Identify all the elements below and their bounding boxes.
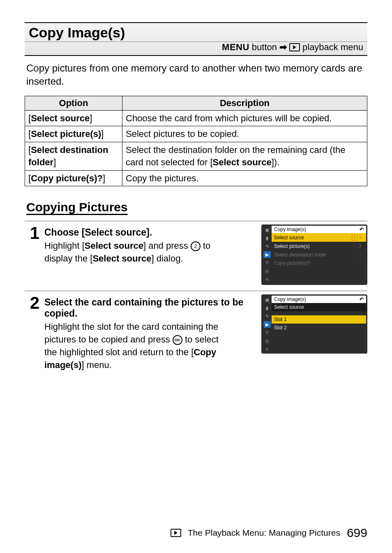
- playback-icon: [171, 529, 181, 537]
- mymenu-tab-icon: ≡: [263, 276, 271, 282]
- section-heading: Copying Pictures: [26, 200, 366, 214]
- back-icon: ↶: [360, 227, 364, 232]
- camera-tab-icon: ▣: [263, 296, 271, 303]
- menu-header: Copy image(s): [274, 227, 306, 232]
- playback-icon: [289, 43, 300, 51]
- option-label: Select source: [31, 113, 90, 123]
- button-word: button: [252, 42, 277, 53]
- playback-tab-icon: ▶: [263, 321, 271, 328]
- camera-tab-icon: ▣: [263, 227, 271, 233]
- option-desc: Select the destination folder on the rem…: [122, 142, 367, 170]
- menu-item: Slot 2: [272, 324, 366, 332]
- menu-subheader: Select source: [272, 303, 366, 311]
- pencil-tab-icon: ✎: [263, 313, 271, 319]
- network-tab-icon: ◎: [263, 338, 271, 344]
- page-number: 699: [347, 526, 367, 540]
- network-tab-icon: ◎: [263, 268, 271, 274]
- chevron-right-icon: 〉: [359, 252, 364, 258]
- options-table: Option Description [Select source] Choos…: [25, 96, 367, 186]
- step-text: Highlight [Select source] and press 2 to…: [44, 240, 233, 265]
- step-2: 2 Select the card containing the picture…: [25, 291, 367, 371]
- table-row: [Select destination folder] Select the d…: [25, 142, 367, 170]
- menu-item: Copy picture(s)?: [272, 259, 366, 267]
- option-label: Select destination folder: [28, 145, 108, 167]
- step-number: 2: [25, 294, 39, 371]
- chevron-right-icon: 〉: [359, 243, 364, 249]
- ok-button-icon: OK: [173, 335, 182, 345]
- menu-item: Select picture(s) 〉: [272, 242, 366, 250]
- breadcrumb-trail: playback menu: [302, 42, 363, 53]
- step-text: Highlight the slot for the card containi…: [44, 321, 233, 371]
- video-tab-icon: ▮: [263, 235, 271, 241]
- page-footer: The Playback Menu: Managing Pictures 699: [25, 526, 367, 540]
- menu-word: MENU: [222, 42, 249, 53]
- chevron-right-icon: 〉: [359, 235, 364, 240]
- option-label: Select picture(s): [31, 129, 101, 139]
- step-title: Select the card containing the pictures …: [44, 297, 256, 319]
- table-row: [Select source] Choose the card from whi…: [25, 110, 367, 126]
- footer-section: The Playback Menu: Managing Pictures: [188, 528, 340, 538]
- card-icon: 1: [352, 235, 357, 241]
- step-title: Choose [Select source].: [44, 227, 256, 238]
- back-icon: ↶: [360, 296, 364, 302]
- multi-selector-right-icon: 2: [191, 241, 201, 251]
- setup-tab-icon: Y: [263, 259, 271, 266]
- playback-tab-icon: ▶: [263, 251, 271, 258]
- pencil-tab-icon: ✎: [263, 243, 271, 250]
- camera-menu-screenshot: ▣ ▮ ✎ ▶ Y ◎ ≡ Copy image(s) ↶ Select sou…: [261, 224, 367, 285]
- option-desc: Copy the pictures.: [122, 170, 367, 186]
- arrow-right-icon: ➡: [279, 42, 287, 53]
- table-row: [Copy picture(s)?] Copy the pictures.: [25, 170, 367, 186]
- menu-item: Select source 1〉: [272, 233, 366, 242]
- option-desc: Select pictures to be copied.: [122, 126, 367, 142]
- video-tab-icon: ▮: [263, 305, 271, 311]
- step-1: 1 Choose [Select source]. Highlight [Sel…: [25, 221, 367, 285]
- col-description: Description: [122, 96, 367, 110]
- camera-menu-screenshot: ▣ ▮ ✎ ▶ Y ◎ ≡ Copy image(s) ↶ Select sou…: [261, 294, 367, 354]
- page-title: Copy Image(s): [29, 25, 363, 41]
- menu-header: Copy image(s): [274, 296, 306, 302]
- table-row: [Select picture(s)] Select pictures to b…: [25, 126, 367, 142]
- intro-text: Copy pictures from one memory card to an…: [26, 62, 366, 88]
- option-label: Copy picture(s)?: [31, 173, 103, 183]
- mymenu-tab-icon: ≡: [263, 346, 271, 352]
- option-desc: Choose the card from which pictures will…: [122, 110, 367, 126]
- menu-item: Slot 1: [272, 315, 366, 324]
- menu-item: Select destination folder 〉: [272, 250, 366, 259]
- breadcrumb: MENU button ➡ playback menu: [25, 42, 367, 56]
- setup-tab-icon: Y: [263, 329, 271, 336]
- col-option: Option: [25, 96, 122, 110]
- step-number: 1: [25, 224, 39, 285]
